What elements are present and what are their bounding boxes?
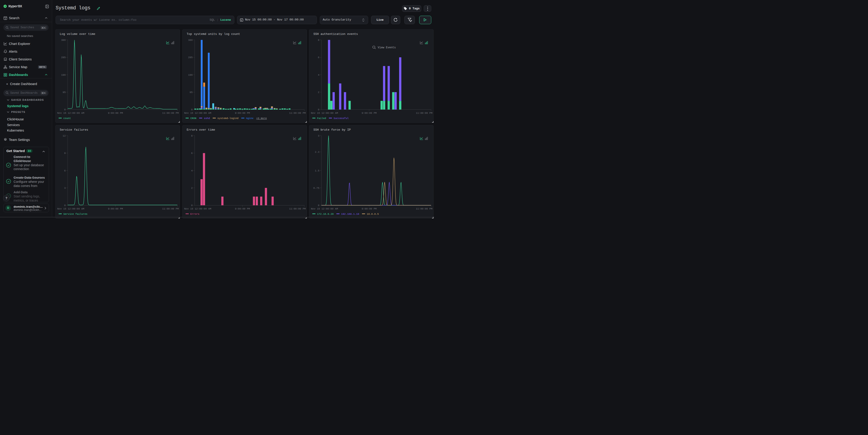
svg-text:3: 3 xyxy=(64,187,66,189)
svg-text:11:00:00 PM: 11:00:00 PM xyxy=(416,112,432,115)
svg-text:9:00:00 PM: 9:00:00 PM xyxy=(108,208,123,210)
svg-text:9:00:00 PM: 9:00:00 PM xyxy=(108,112,123,115)
svg-text:2.3: 2.3 xyxy=(315,151,319,153)
svg-text:95: 95 xyxy=(190,91,193,94)
svg-text:3: 3 xyxy=(318,134,319,137)
svg-text:9:00:00 PM: 9:00:00 PM xyxy=(235,112,250,115)
svg-text:11:00:00 PM: 11:00:00 PM xyxy=(289,208,306,210)
svg-text:190: 190 xyxy=(188,74,193,76)
svg-text:190: 190 xyxy=(61,74,66,76)
svg-text:Nov 15 12:00:00 AM: Nov 15 12:00:00 AM xyxy=(184,112,211,115)
svg-text:6: 6 xyxy=(191,152,193,155)
svg-text:285: 285 xyxy=(61,56,66,59)
svg-text:2: 2 xyxy=(318,91,319,94)
svg-text:Service failures: Service failures xyxy=(63,213,88,215)
svg-text:2: 2 xyxy=(191,187,193,189)
svg-text:Nov 15 12:00:00 AM: Nov 15 12:00:00 AM xyxy=(311,208,338,210)
svg-text:4: 4 xyxy=(191,169,193,172)
svg-text:380: 380 xyxy=(61,39,66,41)
svg-text:Nov 15 12:00:00 AM: Nov 15 12:00:00 AM xyxy=(57,112,84,115)
svg-text:+3 more: +3 more xyxy=(256,117,267,120)
svg-text:11:00:00 PM: 11:00:00 PM xyxy=(162,112,179,115)
svg-text:192.168.1.10: 192.168.1.10 xyxy=(341,213,359,215)
svg-text:1.5: 1.5 xyxy=(315,169,319,172)
svg-text:9:00:00 PM: 9:00:00 PM xyxy=(362,112,377,115)
svg-text:Nov 15 12:00:00 AM: Nov 15 12:00:00 AM xyxy=(311,112,338,115)
svg-text:12: 12 xyxy=(63,134,66,137)
svg-text:380: 380 xyxy=(188,39,193,41)
svg-text:sshd: sshd xyxy=(204,117,210,120)
svg-text:4: 4 xyxy=(318,74,319,76)
svg-text:Successful: Successful xyxy=(334,117,349,120)
svg-text:count: count xyxy=(63,117,71,120)
svg-text:11:00:00 PM: 11:00:00 PM xyxy=(162,208,179,210)
svg-text:0: 0 xyxy=(64,108,66,111)
svg-text:6: 6 xyxy=(64,169,66,172)
svg-text:172.16.0.20: 172.16.0.20 xyxy=(317,213,334,215)
svg-text:Errors: Errors xyxy=(190,213,199,215)
svg-text:0: 0 xyxy=(318,108,319,111)
svg-text:0: 0 xyxy=(191,204,193,207)
svg-text:CRON: CRON xyxy=(190,117,196,120)
svg-text:systemd-logind: systemd-logind xyxy=(217,117,239,120)
svg-text:10.0.0.5: 10.0.0.5 xyxy=(367,213,379,215)
svg-text:0: 0 xyxy=(64,204,66,207)
svg-text:11:00:00 PM: 11:00:00 PM xyxy=(289,112,306,115)
svg-text:0: 0 xyxy=(191,108,193,111)
svg-text:Nov 15 12:00:00 AM: Nov 15 12:00:00 AM xyxy=(184,208,211,210)
svg-text:nginx: nginx xyxy=(246,117,253,120)
svg-text:95: 95 xyxy=(63,91,66,94)
svg-text:285: 285 xyxy=(188,56,193,59)
svg-text:8: 8 xyxy=(318,39,319,41)
svg-text:Failed: Failed xyxy=(317,117,326,120)
svg-text:0: 0 xyxy=(318,204,319,207)
svg-text:Nov 15 12:00:00 AM: Nov 15 12:00:00 AM xyxy=(57,208,84,210)
svg-text:11:00:00 PM: 11:00:00 PM xyxy=(416,208,432,210)
svg-text:8: 8 xyxy=(191,134,193,137)
svg-text:9: 9 xyxy=(64,152,66,155)
svg-text:0.75: 0.75 xyxy=(313,187,319,189)
svg-text:View Events: View Events xyxy=(378,46,396,49)
svg-text:6: 6 xyxy=(318,56,319,59)
svg-text:9:00:00 PM: 9:00:00 PM xyxy=(362,208,377,210)
svg-text:9:00:00 PM: 9:00:00 PM xyxy=(235,208,250,210)
